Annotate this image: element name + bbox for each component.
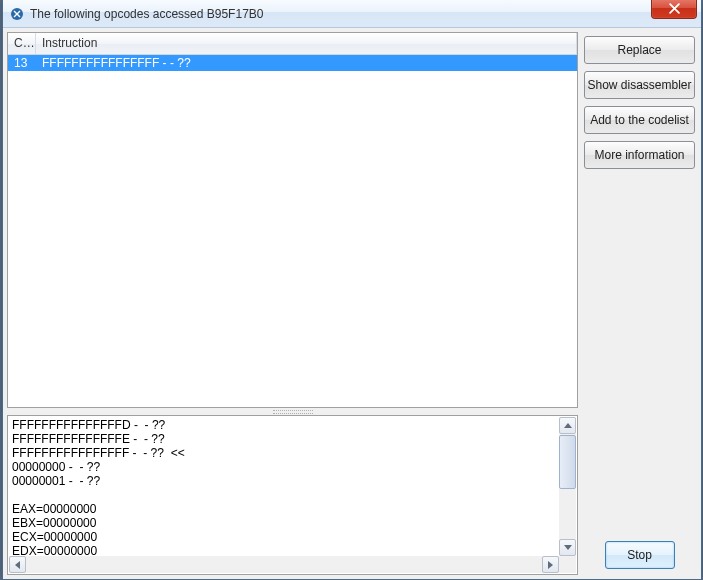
left-column: C... Instruction 13 FFFFFFFFFFFFFFFF - -… bbox=[7, 32, 578, 575]
list-row[interactable]: 13 FFFFFFFFFFFFFFFF - - ?? bbox=[8, 55, 577, 71]
scroll-thumb[interactable] bbox=[559, 435, 576, 489]
scroll-up-button[interactable] bbox=[559, 417, 576, 434]
memo-content[interactable]: FFFFFFFFFFFFFFFD - - ?? FFFFFFFFFFFFFFFE… bbox=[8, 416, 577, 574]
window-title: The following opcodes accessed B95F17B0 bbox=[30, 7, 701, 21]
stop-button[interactable]: Stop bbox=[605, 541, 675, 569]
list-header[interactable]: C... Instruction bbox=[8, 33, 577, 55]
show-disassembler-button[interactable]: Show disassembler bbox=[584, 71, 695, 99]
horizontal-scrollbar[interactable] bbox=[9, 556, 559, 573]
add-to-codelist-button[interactable]: Add to the codelist bbox=[584, 106, 695, 134]
chevron-up-icon bbox=[564, 423, 572, 428]
replace-button[interactable]: Replace bbox=[584, 36, 695, 64]
list-body[interactable]: 13 FFFFFFFFFFFFFFFF - - ?? bbox=[8, 55, 577, 407]
chevron-down-icon bbox=[564, 545, 572, 550]
more-information-button[interactable]: More information bbox=[584, 141, 695, 169]
scroll-right-button[interactable] bbox=[542, 556, 559, 573]
titlebar[interactable]: The following opcodes accessed B95F17B0 bbox=[3, 0, 701, 28]
opcode-access-window: The following opcodes accessed B95F17B0 … bbox=[2, 0, 702, 580]
vertical-scrollbar[interactable] bbox=[559, 417, 576, 556]
chevron-right-icon bbox=[548, 561, 553, 569]
splitter[interactable] bbox=[7, 408, 578, 415]
chevron-left-icon bbox=[15, 561, 20, 569]
right-button-column: Replace Show disassembler Add to the cod… bbox=[584, 32, 697, 575]
list-cell-instruction: FFFFFFFFFFFFFFFF - - ?? bbox=[36, 56, 577, 70]
disassembly-memo[interactable]: FFFFFFFFFFFFFFFD - - ?? FFFFFFFFFFFFFFFE… bbox=[7, 415, 578, 575]
column-header-count[interactable]: C... bbox=[8, 33, 36, 54]
scroll-down-button[interactable] bbox=[559, 539, 576, 556]
close-icon bbox=[669, 3, 680, 14]
client-area: C... Instruction 13 FFFFFFFFFFFFFFFF - -… bbox=[3, 28, 701, 579]
scroll-corner bbox=[559, 556, 576, 573]
app-icon bbox=[9, 6, 25, 22]
column-header-instruction[interactable]: Instruction bbox=[36, 33, 577, 54]
close-button[interactable] bbox=[651, 0, 697, 19]
opcode-list[interactable]: C... Instruction 13 FFFFFFFFFFFFFFFF - -… bbox=[7, 32, 578, 408]
scroll-left-button[interactable] bbox=[9, 556, 26, 573]
list-cell-count: 13 bbox=[8, 56, 36, 70]
